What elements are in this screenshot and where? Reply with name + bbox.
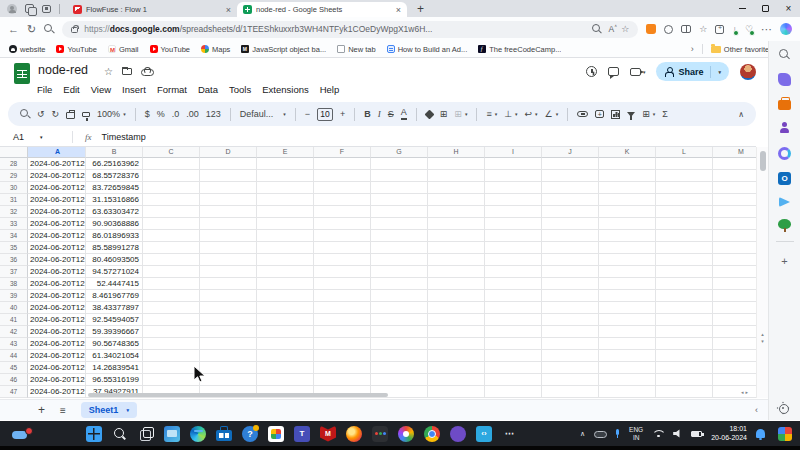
cell-empty[interactable] <box>371 338 428 350</box>
cell-timestamp[interactable]: 2024-06-20T12:2 <box>28 362 86 374</box>
cell-empty[interactable] <box>143 266 200 278</box>
cell-empty[interactable] <box>257 314 314 326</box>
cell-empty[interactable] <box>314 254 371 266</box>
cell-empty[interactable] <box>542 158 599 170</box>
onedrive-icon[interactable] <box>594 430 606 438</box>
cell-empty[interactable] <box>257 302 314 314</box>
sidebar-add-icon[interactable]: + <box>778 254 791 267</box>
purple-app-icon[interactable] <box>450 426 466 442</box>
cell-empty[interactable] <box>599 362 656 374</box>
cell-empty[interactable] <box>542 326 599 338</box>
cell-empty[interactable] <box>428 278 485 290</box>
mcafee-icon[interactable]: M <box>320 426 336 442</box>
cell-timestamp[interactable]: 2024-06-20T12:2 <box>28 302 86 314</box>
bookmarks-overflow-icon[interactable]: › <box>691 44 694 54</box>
cell-empty[interactable] <box>314 350 371 362</box>
cell-empty[interactable] <box>371 242 428 254</box>
cell-timestamp[interactable]: 2024-06-20T12:2 <box>28 242 86 254</box>
version-history-icon[interactable] <box>586 66 597 77</box>
cell-empty[interactable] <box>428 206 485 218</box>
menu-file[interactable]: File <box>37 84 52 95</box>
maximize-button[interactable] <box>754 0 777 17</box>
cell-empty[interactable] <box>314 182 371 194</box>
row-header[interactable]: 39 <box>0 290 28 302</box>
cell-empty[interactable] <box>599 326 656 338</box>
cell-empty[interactable] <box>143 194 200 206</box>
cell-empty[interactable] <box>485 182 542 194</box>
color-wheel-app-icon[interactable] <box>398 426 414 442</box>
add-sheet-icon[interactable]: + <box>38 403 45 417</box>
cell-empty[interactable] <box>200 374 257 386</box>
cell-empty[interactable] <box>599 338 656 350</box>
cell-empty[interactable] <box>314 362 371 374</box>
cell-empty[interactable] <box>257 242 314 254</box>
column-header-i[interactable]: I <box>485 147 542 158</box>
cell-empty[interactable] <box>314 314 371 326</box>
split-screen-icon[interactable] <box>681 25 691 33</box>
cell-empty[interactable] <box>314 290 371 302</box>
cell-timestamp[interactable]: 2024-06-20T12:2 <box>28 338 86 350</box>
sidebar-tree-icon[interactable] <box>778 219 791 229</box>
sidebar-settings-icon[interactable] <box>777 402 790 415</box>
row-header[interactable]: 37 <box>0 266 28 278</box>
cell-empty[interactable] <box>713 350 756 362</box>
cell-empty[interactable] <box>656 242 713 254</box>
bookmark-item[interactable]: Gmail <box>108 45 139 54</box>
cell-empty[interactable] <box>485 266 542 278</box>
row-header[interactable]: 36 <box>0 254 28 266</box>
cell-timestamp[interactable]: 2024-06-20T12:2 <box>28 218 86 230</box>
lock-icon[interactable] <box>71 27 78 33</box>
cell-empty[interactable] <box>656 362 713 374</box>
cell-empty[interactable] <box>656 350 713 362</box>
cell-empty[interactable] <box>542 194 599 206</box>
cell-empty[interactable] <box>257 254 314 266</box>
cell-empty[interactable] <box>143 362 200 374</box>
cell-empty[interactable] <box>257 182 314 194</box>
cell-empty[interactable] <box>485 386 542 398</box>
cell-empty[interactable] <box>713 290 756 302</box>
menu-insert[interactable]: Insert <box>122 84 146 95</box>
cell-empty[interactable] <box>713 230 756 242</box>
hidden-icons-chevron[interactable]: ∧ <box>580 430 585 438</box>
cell-empty[interactable] <box>143 374 200 386</box>
column-header-k[interactable]: K <box>599 147 656 158</box>
tab-actions-icon[interactable] <box>42 5 51 13</box>
cell-empty[interactable] <box>143 302 200 314</box>
cell-empty[interactable] <box>371 254 428 266</box>
bookmark-item[interactable]: JavaScript object ba... <box>241 45 326 54</box>
text-wrap-icon[interactable]: ↩▾ <box>525 110 538 119</box>
cell-value[interactable]: 90.56748365 <box>86 338 143 350</box>
cell-value[interactable]: 52.4447415 <box>86 278 143 290</box>
cell-empty[interactable] <box>143 350 200 362</box>
cell-empty[interactable] <box>143 290 200 302</box>
cell-empty[interactable] <box>371 350 428 362</box>
photos-app-icon[interactable] <box>164 426 180 442</box>
cell-value[interactable]: 96.55316199 <box>86 374 143 386</box>
cell-empty[interactable] <box>314 218 371 230</box>
fill-color-icon[interactable] <box>426 111 433 118</box>
cell-empty[interactable] <box>599 302 656 314</box>
cell-value[interactable]: 38.43377897 <box>86 302 143 314</box>
cell-empty[interactable] <box>314 230 371 242</box>
column-header-a[interactable]: A <box>28 147 86 158</box>
close-window-button[interactable]: × <box>777 0 800 17</box>
cell-empty[interactable] <box>428 242 485 254</box>
cell-empty[interactable] <box>371 278 428 290</box>
row-header[interactable]: 32 <box>0 206 28 218</box>
vscode-icon[interactable]: ‹› <box>476 426 492 442</box>
cell-empty[interactable] <box>143 242 200 254</box>
cell-empty[interactable] <box>428 314 485 326</box>
favorites-icon[interactable]: ☆ <box>699 25 707 34</box>
print-icon[interactable] <box>66 110 75 119</box>
cell-empty[interactable] <box>200 254 257 266</box>
cell-value[interactable]: 86.01896933 <box>86 230 143 242</box>
strikethrough-icon[interactable]: S <box>388 110 394 119</box>
percent-format-icon[interactable]: % <box>157 110 165 119</box>
google-app-icon[interactable] <box>268 426 284 442</box>
font-size-input[interactable]: 10 <box>317 108 333 121</box>
cell-value[interactable]: 14.26839541 <box>86 362 143 374</box>
row-header[interactable]: 34 <box>0 230 28 242</box>
increase-decimal-icon[interactable]: .00 <box>186 110 199 119</box>
cell-empty[interactable] <box>542 182 599 194</box>
column-header-h[interactable]: H <box>428 147 485 158</box>
